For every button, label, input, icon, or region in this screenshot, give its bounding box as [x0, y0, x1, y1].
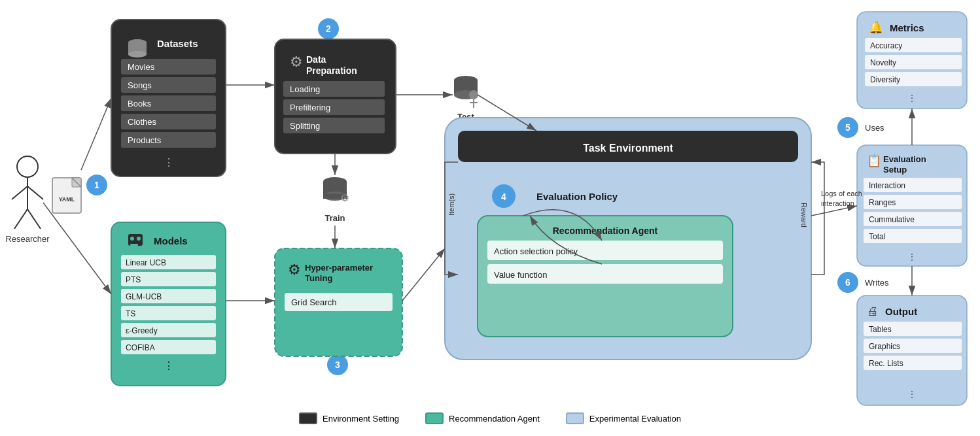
eval-setup-title2: Setup: [883, 165, 907, 175]
logs-label2: interaction: [821, 199, 854, 207]
model-item-1: Linear UCB: [126, 258, 166, 267]
svg-line-80: [811, 206, 857, 216]
svg-line-4: [12, 186, 27, 199]
test-icon: Test: [454, 76, 478, 122]
data-prep-item-2: Prefiltering: [290, 103, 330, 112]
legend-env: Environment Setting: [299, 412, 399, 424]
legend: Environment Setting Recommendation Agent…: [299, 412, 681, 424]
train-icon: ⚙ Train: [323, 177, 349, 223]
eval-setup-box: 📋 Evaluation Setup Interaction Ranges Cu…: [857, 145, 967, 266]
svg-line-5: [27, 186, 43, 199]
metrics-title: Metrics: [890, 22, 924, 33]
task-env-title: Task Environment: [583, 143, 673, 154]
datasets-title: Datasets: [157, 38, 198, 49]
data-prep-item-1: Loading: [290, 84, 320, 94]
dataset-item-2: Songs: [128, 80, 152, 90]
svg-line-6: [14, 209, 27, 229]
data-prep-title2: Preparation: [306, 65, 357, 76]
metrics-item-3: Diversity: [870, 75, 900, 84]
svg-line-7: [27, 209, 41, 229]
uses-label: Uses: [865, 123, 884, 133]
metrics-item-1: Accuracy: [870, 41, 902, 50]
yaml-label: YAML: [59, 196, 75, 203]
model-item-2: PTS: [126, 275, 141, 284]
step1-label: 1: [94, 180, 99, 190]
data-preparation-box: ⚙ Data Preparation Loading Prefiltering …: [275, 39, 396, 154]
hyper-param-box: ⚙ Hyper-parameter Tuning Grid Search: [275, 248, 402, 356]
step6-label: 6: [845, 277, 850, 288]
step2-label: 2: [326, 24, 331, 34]
agent-item-2: Value function: [494, 270, 547, 280]
researcher-label: Researcher: [5, 234, 50, 244]
logs-label1: Logs of each: [821, 190, 862, 197]
writes-label: Writes: [865, 278, 889, 288]
svg-point-44: [469, 90, 478, 99]
metrics-item-2: Novelty: [870, 58, 896, 67]
rec-agent-title: Recommendation Agent: [553, 226, 658, 236]
output-item-2: Graphics: [869, 342, 900, 351]
legend-agent-box: [425, 412, 444, 424]
legend-agent-label: Recommendation Agent: [449, 414, 540, 424]
output-item-3: Rec. Lists: [869, 359, 903, 368]
hyper-param-icon: ⚙: [288, 261, 301, 278]
model-item-3: GLM-UCB: [126, 292, 162, 301]
output-icon: 🖨: [867, 305, 879, 318]
dataset-item-5: Products: [128, 135, 162, 145]
yaml-icon: YAML: [52, 178, 81, 213]
step5-label: 5: [845, 122, 850, 133]
svg-point-23: [130, 237, 134, 241]
datasets-more: ⋮: [164, 157, 174, 168]
eval-setup-item-1: Interaction: [869, 181, 905, 190]
datasets-box: Datasets Movies Songs Books Clothes Prod…: [111, 20, 226, 176]
output-item-1: Tables: [869, 325, 892, 334]
agent-item-1: Action selection policy: [494, 246, 578, 256]
main-diagram: Researcher YAML 1 Datasets Movies Songs: [0, 0, 980, 436]
legend-eval-label: Experimental Evaluation: [589, 414, 681, 424]
legend-eval: Experimental Evaluation: [566, 412, 681, 424]
legend-agent: Recommendation Agent: [425, 412, 540, 424]
output-title: Output: [885, 306, 917, 317]
model-item-6: COFIBA: [126, 343, 155, 352]
eval-setup-item-3: Cummulative: [869, 215, 915, 224]
legend-env-label: Environment Setting: [323, 414, 399, 424]
eval-setup-item-4: Total: [869, 232, 885, 241]
hyper-param-title2: Tuning: [305, 273, 332, 283]
researcher-figure: Researcher: [5, 156, 50, 244]
models-more: ⋮: [164, 360, 174, 371]
output-box: 🖨 Output Tables Graphics Rec. Lists ⋮: [857, 295, 967, 405]
train-label: Train: [324, 213, 345, 223]
eval-setup-icon: 📋: [867, 154, 882, 168]
eval-policy-label: Evaluation Policy: [536, 191, 618, 202]
task-environment-box: Task Environment 4 Evaluation Policy Rec…: [445, 118, 811, 360]
metrics-more: ⋮: [907, 93, 917, 103]
items-label: Item(s): [447, 193, 455, 216]
step4-label: 4: [501, 192, 506, 202]
legend-eval-box: [566, 412, 584, 424]
eval-setup-more: ⋮: [907, 252, 917, 262]
model-item-4: TS: [126, 309, 135, 318]
data-prep-item-3: Splitting: [290, 121, 320, 131]
svg-rect-25: [130, 244, 138, 246]
legend-env-box: [299, 412, 317, 424]
dataset-item-1: Movies: [128, 62, 155, 72]
data-prep-title1: Data: [306, 54, 326, 65]
eval-setup-item-2: Ranges: [869, 198, 896, 207]
dataset-item-4: Clothes: [128, 117, 157, 127]
metrics-box: 🔔 Metrics Accuracy Novelty Diversity ⋮: [857, 12, 967, 109]
step3-label: 3: [335, 360, 340, 370]
svg-line-72: [43, 203, 111, 294]
models-box: Models Linear UCB PTS GLM-UCB TS ε-Greed…: [111, 222, 226, 386]
model-item-5: ε-Greedy: [126, 326, 158, 335]
hyper-param-title1: Hyper-parameter: [305, 263, 373, 273]
svg-line-71: [81, 98, 111, 170]
dataset-item-3: Books: [128, 99, 152, 109]
svg-line-78: [402, 248, 445, 301]
svg-point-15: [128, 51, 147, 58]
data-prep-icon: ⚙: [290, 54, 303, 70]
diagram-container: Researcher YAML 1 Datasets Movies Songs: [0, 0, 980, 436]
output-more: ⋮: [907, 389, 917, 399]
hyper-param-item-1: Grid Search: [291, 297, 336, 307]
svg-point-2: [17, 156, 38, 177]
svg-point-24: [137, 237, 141, 241]
metrics-icon: 🔔: [869, 20, 884, 35]
